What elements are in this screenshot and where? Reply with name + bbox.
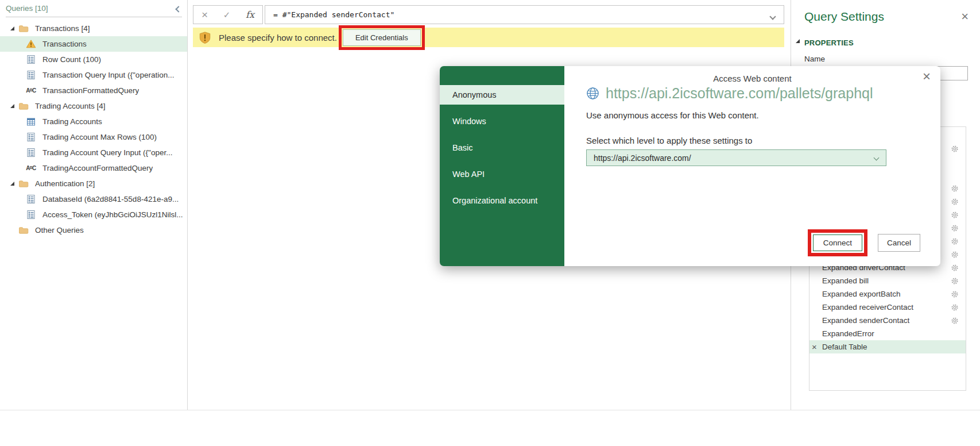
query-name: Transaction Query Input ({"operation...	[42, 71, 174, 79]
warning-message: Please specify how to connect.	[219, 33, 337, 43]
folder-icon	[18, 24, 29, 34]
table-icon	[26, 117, 36, 127]
query-tree-item[interactable]: Transaction Query Input ({"operation...	[0, 67, 187, 83]
step-name: ExpandedError	[822, 329, 963, 338]
target-url: https://api.2icsoftware.com/pallets/grap…	[606, 85, 873, 102]
gear-icon[interactable]	[951, 277, 959, 285]
auth-method-tab[interactable]: Web API	[440, 164, 564, 184]
connect-button[interactable]: Connect	[813, 234, 862, 251]
query-tree-item[interactable]: Other Queries	[0, 222, 187, 238]
query-tree-item[interactable]: TransactionFormattedQuery	[0, 83, 187, 98]
gear-icon[interactable]	[951, 317, 959, 325]
cancel-button[interactable]: Cancel	[878, 234, 920, 252]
list-query-icon	[26, 55, 36, 65]
warning-shield-icon	[199, 31, 211, 44]
delete-step-icon[interactable]	[812, 343, 822, 351]
query-tree-item[interactable]: Trading Accounts [4]	[0, 98, 187, 114]
query-tree-item[interactable]: Trading Account Query Input ({"oper...	[0, 145, 187, 160]
step-name: Expanded receiverContact	[822, 303, 951, 312]
target-url-heading: https://api.2icsoftware.com/pallets/grap…	[586, 85, 940, 102]
list-query-icon	[26, 194, 36, 205]
auth-method-tab[interactable]: Anonymous	[440, 85, 564, 105]
step-name: Expanded exportBatch	[822, 290, 951, 298]
dialog-buttons: Connect Cancel	[808, 229, 920, 256]
query-tree-item[interactable]: Authentication [2]	[0, 176, 187, 191]
folder-icon	[18, 225, 29, 236]
properties-header-label: PROPERTIES	[804, 39, 854, 47]
applied-step[interactable]: Default Table	[809, 340, 966, 353]
gear-icon[interactable]	[951, 184, 959, 193]
collapse-pane-icon[interactable]	[176, 5, 181, 13]
connect-highlight: Connect	[808, 229, 867, 256]
dropdown-chevron-icon	[874, 155, 880, 161]
step-name: Default Table	[822, 343, 963, 351]
query-tree-item[interactable]: Trading Accounts	[0, 114, 187, 129]
query-tree-item[interactable]: TradingAccountFormattedQuery	[0, 160, 187, 176]
edit-credentials-button[interactable]: Edit Credentials	[343, 29, 421, 46]
applied-step[interactable]: Expanded exportBatch	[809, 287, 966, 301]
formula-input[interactable]: = #"Expanded senderContact"	[265, 5, 784, 24]
query-name: Other Queries	[35, 226, 84, 234]
gear-icon[interactable]	[951, 211, 959, 219]
cancel-formula-icon[interactable]: ×	[202, 9, 208, 20]
applied-step[interactable]: Expanded bill	[809, 274, 966, 287]
query-tree-item[interactable]: Transactions [4]	[0, 21, 187, 36]
query-name: Transactions [4]	[35, 24, 90, 33]
query-name: TradingAccountFormattedQuery	[42, 164, 153, 172]
dialog-content: https://api.2icsoftware.com/pallets/grap…	[564, 66, 940, 266]
query-tree-item[interactable]: Trading Account Max Rows (100)	[0, 129, 187, 145]
gear-icon[interactable]	[951, 145, 959, 153]
query-name: Trading Accounts [4]	[35, 102, 106, 110]
gear-icon[interactable]	[951, 224, 959, 232]
edit-credentials-highlight: Edit Credentials	[339, 25, 425, 50]
query-name: Authentication [2]	[35, 179, 95, 188]
queries-pane-header: Queries [10]	[6, 4, 182, 17]
auth-method-tab[interactable]: Organizational account	[440, 191, 564, 210]
level-select-dropdown[interactable]: https://api.2icsoftware.com/	[586, 149, 886, 166]
formula-bar: × ✓ fx = #"Expanded senderContact"	[193, 5, 784, 24]
globe-icon	[586, 87, 599, 100]
level-select-value: https://api.2icsoftware.com/	[594, 153, 691, 163]
section-collapse-icon	[796, 39, 800, 43]
query-settings-title: Query Settings	[804, 10, 980, 24]
expand-arrow-icon[interactable]	[10, 182, 18, 186]
queries-pane: Queries [10] Transactions [4]	[0, 0, 188, 410]
query-tree-item[interactable]: Transactions	[0, 36, 187, 52]
abc-text-icon	[26, 86, 36, 96]
applied-step[interactable]: ExpandedError	[809, 327, 966, 340]
expand-arrow-icon[interactable]	[10, 26, 18, 30]
step-name: Expanded senderContact	[822, 316, 951, 325]
query-name: Row Count (100)	[42, 55, 101, 64]
applied-step[interactable]: Expanded senderContact	[809, 314, 966, 327]
query-name: Transactions	[42, 40, 87, 48]
query-tree: Transactions [4] Transactions	[0, 21, 187, 238]
expand-formula-icon[interactable]	[770, 12, 775, 21]
list-query-icon	[26, 132, 36, 143]
applied-step[interactable]: Expanded receiverContact	[809, 301, 966, 314]
expand-arrow-icon[interactable]	[10, 104, 18, 108]
list-query-icon	[26, 70, 36, 80]
level-select-label: Select which level to apply these settin…	[586, 136, 940, 145]
list-query-icon	[26, 210, 36, 220]
query-tree-item[interactable]: Row Count (100)	[0, 52, 187, 67]
folder-icon	[18, 179, 29, 189]
name-label: Name	[804, 55, 980, 63]
query-settings-close-icon[interactable]: ×	[961, 10, 969, 23]
credentials-warning-bar: Please specify how to connect. Edit Cred…	[193, 28, 784, 47]
properties-section-header[interactable]: PROPERTIES	[804, 37, 980, 48]
gear-icon[interactable]	[951, 264, 959, 272]
gear-icon[interactable]	[951, 303, 959, 312]
auth-method-tab[interactable]: Windows	[440, 111, 564, 131]
query-name: Trading Account Max Rows (100)	[42, 133, 157, 141]
query-tree-item[interactable]: Access_Token (eyJhbGciOiJSUzl1Nilsl...	[0, 207, 187, 222]
step-name: Expanded bill	[822, 276, 951, 285]
auth-method-tab[interactable]: Basic	[440, 138, 564, 157]
confirm-formula-icon[interactable]: ✓	[223, 10, 231, 19]
gear-icon[interactable]	[951, 290, 959, 298]
gear-icon[interactable]	[951, 198, 959, 206]
fx-icon[interactable]: fx	[246, 9, 254, 20]
query-tree-item[interactable]: DatabaseId (6a2d8841-55d8-421e-a9...	[0, 191, 187, 207]
formula-text: = #"Expanded senderContact"	[273, 10, 394, 19]
gear-icon[interactable]	[951, 237, 959, 245]
gear-icon[interactable]	[951, 251, 959, 259]
